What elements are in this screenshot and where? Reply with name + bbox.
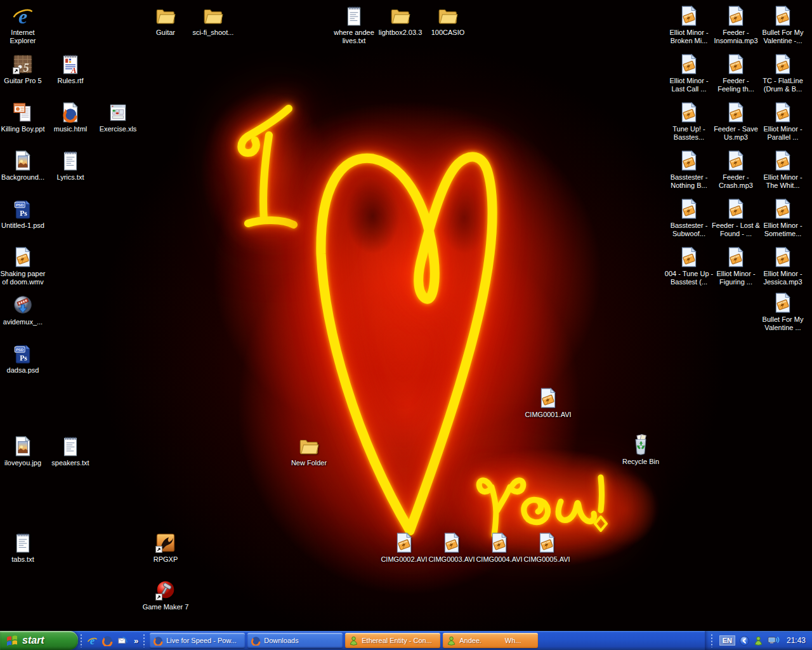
icon-label: Elliot Minor - Figuring ... (710, 270, 761, 286)
desktop-icon-tabs-txt[interactable]: tabs.txt (0, 532, 48, 564)
icon-label: Feeder - Save Us.mp3 (710, 125, 761, 142)
mediapage-icon (772, 292, 794, 314)
icon-label: Elliot Minor - The Whit... (757, 173, 808, 190)
mediapage-icon (678, 102, 700, 123)
desktop-icon-feeder-lost-found[interactable]: Feeder - Lost & Found - ... (710, 198, 761, 238)
clock[interactable]: 21:43 (787, 636, 806, 645)
desktop-icon-dadsa-psd[interactable]: PSDPs dadsa.psd (0, 343, 48, 375)
task-button-label: Ethereal Entity - Con... (362, 637, 432, 644)
mediapage-icon (772, 102, 794, 123)
hide-icons-chevron[interactable] (740, 636, 749, 646)
desktop-icon-feeder-feeling[interactable]: Feeder - Feeling th... (710, 53, 761, 93)
desktop-icon-feeder-insomnia[interactable]: Feeder - Insomnia.mp3 (710, 5, 761, 45)
desktop-icon-exercise-xls[interactable]: Exercise.xls (93, 102, 143, 133)
quick-launch-bar: e » (84, 635, 141, 646)
psd-icon: PSDPs (12, 198, 34, 220)
desktop-icon-recycle-bin[interactable]: Recycle Bin (615, 434, 666, 466)
xls-icon (107, 102, 129, 123)
mediapage-icon (536, 532, 558, 554)
desktop-icon-music-html[interactable]: music.html (45, 102, 96, 133)
outlook-express-icon[interactable] (117, 635, 128, 646)
task-buttons: Live for Speed - Pow... Downloads Ethere… (147, 631, 538, 650)
desktop-icon-100casio-folder[interactable]: 100CASIO (422, 5, 473, 37)
desktop-icon-tune-up-004[interactable]: 004 - Tune Up - Basstest (... (664, 246, 714, 286)
svg-text:e: e (18, 6, 27, 27)
internet-explorer-icon[interactable]: e (87, 635, 98, 646)
desktop-icon-elliot-the-whit[interactable]: Elliot Minor - The Whit... (757, 150, 808, 190)
desktop-icon-feeder-crash[interactable]: Feeder - Crash.mp3 (710, 150, 761, 190)
notepad-icon (60, 150, 81, 171)
icon-label: Feeder - Crash.mp3 (710, 173, 761, 190)
quick-launch-overflow-chevron[interactable]: » (134, 636, 138, 646)
desktop-icon-internet-explorer[interactable]: e Internet Explorer (0, 5, 48, 45)
avidemux-icon (12, 295, 34, 316)
icon-label: Background... (0, 173, 48, 182)
taskbar[interactable]: start e » Live for Speed - Pow... Downlo… (0, 631, 812, 650)
desktop-icon-background-file[interactable]: Background... (0, 150, 48, 182)
desktop-icon-new-folder[interactable]: New Folder (284, 435, 334, 467)
start-button[interactable]: start (0, 631, 78, 650)
mediapage-icon (725, 53, 747, 75)
firefox-icon[interactable] (102, 635, 113, 646)
network-display-icon[interactable] (768, 635, 780, 646)
guitarpro-icon: 5 (12, 53, 34, 75)
desktop-icon-elliot-figuring[interactable]: Elliot Minor - Figuring ... (710, 246, 761, 286)
desktop-icon-lyrics-txt[interactable]: Lyrics.txt (45, 150, 96, 182)
icon-label: where andee lives.txt (329, 29, 379, 45)
icon-label: Elliot Minor - Sometime... (757, 222, 808, 238)
desktop-icon-feeder-save-us[interactable]: Feeder - Save Us.mp3 (710, 102, 761, 142)
desktop-icon-speakers-txt[interactable]: speakers.txt (45, 435, 96, 467)
desktop-icon-cimg0003-avi[interactable]: CIMG0003.AVI (426, 532, 477, 564)
desktop-icon-tune-up-basstes[interactable]: Tune Up! - Basstes... (664, 102, 714, 142)
mediapage-icon (678, 5, 700, 27)
desktop-icon-avidemux[interactable]: avidemux_... (0, 295, 48, 326)
mediapage-icon (678, 198, 700, 220)
tray-drag-handle[interactable] (710, 633, 713, 647)
icon-label: CIMG0005.AVI (521, 555, 572, 564)
desktop-icon-untitled-1-psd[interactable]: PSDPs Untitled-1.psd (0, 198, 48, 230)
icon-label: tabs.txt (0, 555, 48, 564)
task-button-ethereal-entity[interactable]: Ethereal Entity - Con... (345, 633, 440, 648)
desktop-icon-bullet-valentine-1[interactable]: Bullet For My Valentine -... (757, 5, 808, 45)
desktop-icon-cimg0004-avi[interactable]: CIMG0004.AVI (474, 532, 525, 564)
desktop-icon-cimg0002-avi[interactable]: CIMG0002.AVI (379, 532, 429, 564)
desktop-icon-elliot-parallel[interactable]: Elliot Minor - Parallel ... (757, 102, 808, 142)
toolbar-drag-handle[interactable] (80, 633, 82, 647)
icon-label: Recycle Bin (615, 458, 666, 466)
desktop-icon-guitar-folder[interactable]: Guitar (140, 5, 191, 37)
desktop-icon-iloveyou-jpg[interactable]: iloveyou.jpg (0, 435, 48, 467)
msn-icon (447, 636, 456, 646)
desktop-icon-game-maker-7[interactable]: Game Maker 7 (140, 580, 191, 611)
desktop-icon-cimg0005-avi[interactable]: CIMG0005.AVI (521, 532, 572, 564)
desktop-icon-killing-boy-ppt[interactable]: Killing Boy.ppt (0, 102, 48, 133)
desktop-icon-elliot-broken[interactable]: Elliot Minor - Broken Mi... (664, 5, 714, 45)
desktop-icon-rpgxp[interactable]: RPGXP (140, 532, 191, 564)
desktop-icon-basstester-nothing[interactable]: Basstester - Nothing B... (664, 150, 714, 190)
gamemaker-icon (155, 580, 176, 601)
msn-messenger-icon[interactable] (754, 636, 763, 646)
task-button-live-for-speed[interactable]: Live for Speed - Pow... (150, 633, 245, 648)
desktop-icon-rules-rtf[interactable]: A Rules.rtf (45, 53, 96, 85)
language-indicator[interactable]: EN (719, 635, 735, 646)
desktop-icon-elliot-last-call[interactable]: Elliot Minor - Last Call ... (664, 53, 714, 93)
icon-label: Guitar Pro 5 (0, 77, 48, 85)
desktop-icon-sci-fi-folder[interactable]: sci-fi_shoot... (188, 5, 239, 37)
mediapage-icon (725, 198, 747, 220)
desktop[interactable]: e Internet Explorer 5 Guitar Pro 5 A Rul… (0, 0, 812, 631)
desktop-icon-basstester-subwoof[interactable]: Basstester - Subwoof... (664, 198, 714, 238)
desktop-icon-elliot-jessica[interactable]: Elliot Minor - Jessica.mp3 (757, 246, 808, 286)
desktop-icon-guitar-pro-5[interactable]: 5 Guitar Pro 5 (0, 53, 48, 85)
desktop-icon-elliot-sometime[interactable]: Elliot Minor - Sometime... (757, 198, 808, 238)
desktop-icon-cimg0001-avi[interactable]: CIMG0001.AVI (523, 387, 573, 419)
task-button-downloads[interactable]: Downloads (247, 633, 343, 648)
icon-label: iloveyou.jpg (0, 459, 48, 467)
icon-label: Elliot Minor - Jessica.mp3 (757, 270, 808, 286)
desktop-icon-shaking-paper-wmv[interactable]: Shaking paper of doom.wmv (0, 246, 48, 286)
toolbar-drag-handle[interactable] (143, 633, 145, 647)
desktop-icon-tc-flatline[interactable]: TC - FlatLine (Drum & B... (757, 53, 808, 93)
task-button-andee[interactable]: Andee. Wh... (443, 633, 538, 648)
desktop-icon-lightbox-folder[interactable]: lightbox2.03.3 (375, 5, 426, 37)
icon-label: Internet Explorer (0, 29, 48, 45)
desktop-icon-bullet-valentine-2[interactable]: Bullet For My Valentine ... (757, 292, 808, 332)
desktop-icon-where-andee-txt[interactable]: where andee lives.txt (329, 5, 379, 45)
